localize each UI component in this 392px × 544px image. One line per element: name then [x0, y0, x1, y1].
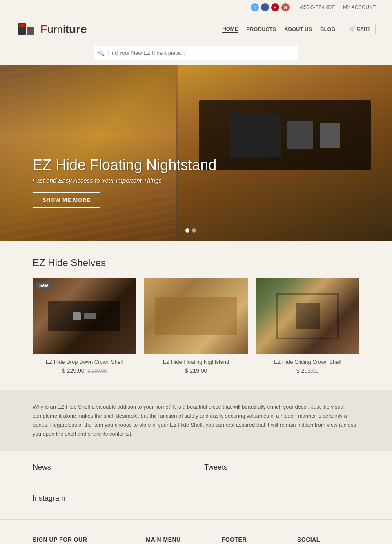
tweets-title: Tweets	[204, 463, 359, 472]
logo[interactable]: Furniture	[16, 19, 87, 39]
tweets-column: Tweets	[204, 463, 359, 482]
product-name-3: EZ Hide Gliding Crown Shelf	[256, 359, 359, 365]
products-section-title: EZ Hide Shelves	[33, 257, 359, 269]
instagram-divider	[33, 507, 359, 507]
header: Furniture HOME PRODUCTS ABOUT US BLOG 🛒 …	[0, 15, 392, 43]
product-name-2: EZ Hide Floating Nightstand	[144, 359, 247, 365]
hero-subtitle: Fast and Easy Access to Your Important T…	[33, 177, 216, 184]
hero-cta-button[interactable]: SHOW ME MORE	[33, 192, 100, 208]
product-card-2[interactable]: EZ Hide Floating Nightstand $ 219.00	[144, 278, 247, 374]
my-account-link[interactable]: MY ACCOUNT	[343, 4, 376, 10]
instagram-title: Instagram	[33, 494, 359, 503]
news-title: News	[33, 463, 188, 472]
product-card-3[interactable]: EZ Hide Gliding Crown Shelf $ 209.00	[256, 278, 359, 374]
product-img-placeholder-1	[33, 278, 136, 354]
nav-products[interactable]: PRODUCTS	[246, 26, 276, 32]
hero-product-image	[176, 65, 392, 241]
cart-icon: 🛒	[349, 26, 355, 32]
footer-footer-menu-col: Footer Search About Us	[222, 536, 281, 544]
price-original-1: $ 269.00	[88, 368, 107, 374]
facebook-icon-top[interactable]: f	[261, 3, 269, 11]
twitter-icon-top[interactable]: 𝕏	[251, 3, 259, 11]
footer-footer-menu-title: Footer	[222, 536, 281, 543]
news-divider	[33, 477, 188, 477]
footer-main-menu-col: Main Menu Home Products About Us Blog	[146, 536, 205, 544]
logo-text: Furniture	[40, 22, 87, 36]
phone-number: 1-855-5-EZ-HIDE	[297, 4, 335, 10]
hero-banner: EZ Hide Floating Nightstand Fast and Eas…	[0, 65, 392, 241]
product-image-3	[256, 278, 359, 354]
search-bar: 🔍	[0, 43, 392, 65]
search-icon: 🔍	[98, 50, 105, 56]
instagram-section: Instagram	[0, 494, 392, 519]
hero-dot-2[interactable]	[192, 228, 196, 233]
search-input[interactable]	[94, 46, 298, 60]
pinterest-icon-top[interactable]: P	[271, 3, 279, 11]
search-input-wrap: 🔍	[94, 46, 298, 60]
product-price-2: $ 219.00	[144, 367, 247, 374]
footer-main-menu-title: Main Menu	[146, 536, 205, 543]
product-name-1: EZ Hide Drop Down Crown Shelf	[33, 359, 136, 365]
nav-blog[interactable]: BLOG	[320, 26, 336, 32]
cart-label: CART	[357, 26, 370, 32]
hero-title: EZ Hide Floating Nightstand	[33, 157, 216, 174]
product-image-1: Sale	[33, 278, 136, 354]
svg-rect-3	[27, 27, 30, 30]
description-text: Why is an EZ Hide Shelf a valuable addit…	[33, 403, 359, 439]
svg-rect-1	[19, 24, 25, 27]
sale-badge-1: Sale	[36, 282, 52, 289]
nav-about[interactable]: ABOUT US	[284, 26, 312, 32]
product-image-2	[144, 278, 247, 354]
footer-main: Sign Up for our Newsletter SIGN UP Subsc…	[0, 519, 392, 544]
top-bar: 𝕏 f P G 1-855-5-EZ-HIDE MY ACCOUNT	[0, 0, 392, 15]
price-sale-1: $ 229.00	[62, 367, 85, 374]
footer-newsletter-col: Sign Up for our Newsletter SIGN UP Subsc…	[33, 536, 129, 544]
logo-icon	[16, 19, 37, 39]
product-img-placeholder-2	[144, 278, 247, 354]
footer-social-col: Social 𝕏 f P ✉	[297, 536, 359, 544]
tweets-divider	[204, 477, 359, 477]
footer-grid: Sign Up for our Newsletter SIGN UP Subsc…	[33, 536, 359, 544]
cart-button[interactable]: 🛒 CART	[344, 24, 376, 34]
news-column: News	[33, 463, 188, 482]
description-section: Why is an EZ Hide Shelf a valuable addit…	[0, 390, 392, 451]
newsletter-title: Sign Up for our Newsletter	[33, 536, 129, 544]
hero-pagination	[185, 228, 196, 233]
main-nav: HOME PRODUCTS ABOUT US BLOG 🛒 CART	[222, 24, 376, 34]
price-sale-3: $ 209.00	[296, 367, 319, 374]
product-price-1: $ 229.00 $ 269.00	[33, 367, 136, 374]
product-img-placeholder-3	[256, 278, 359, 354]
products-section: EZ Hide Shelves Sale EZ Hide Drop Down C…	[0, 241, 392, 390]
products-grid: Sale EZ Hide Drop Down Crown Shelf $ 229…	[33, 278, 359, 374]
news-tweets-section: News Tweets	[0, 451, 392, 494]
google-icon-top[interactable]: G	[281, 3, 290, 11]
product-price-3: $ 209.00	[256, 367, 359, 374]
hero-dot-1[interactable]	[185, 228, 189, 233]
nav-home[interactable]: HOME	[222, 26, 238, 33]
footer-social-title: Social	[297, 536, 359, 543]
price-sale-2: $ 219.00	[185, 367, 207, 374]
product-card-1[interactable]: Sale EZ Hide Drop Down Crown Shelf $ 229…	[33, 278, 136, 374]
hero-content: EZ Hide Floating Nightstand Fast and Eas…	[33, 157, 216, 208]
social-icons-top: 𝕏 f P G	[251, 3, 290, 11]
